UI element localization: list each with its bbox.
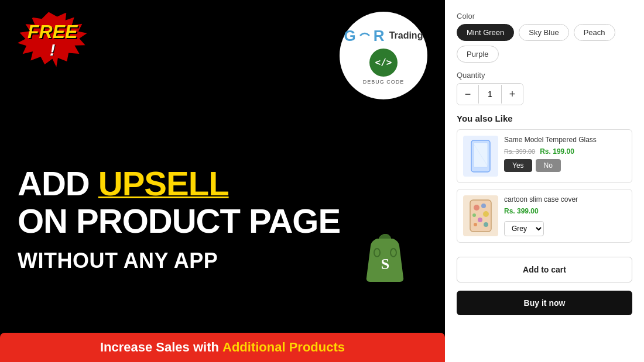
banner-text-highlight: Additional Products: [222, 340, 345, 354]
quantity-plus-button[interactable]: +: [502, 84, 523, 105]
headline-line1: ADD UPSELL: [18, 165, 427, 202]
yes-button[interactable]: Yes: [504, 159, 532, 172]
bottom-banner-text: Increase Sales with Additional Products: [100, 340, 345, 355]
right-panel: Color Mint Green Sky Blue Peach Purple Q…: [445, 0, 644, 362]
yes-no-row: Yes No: [504, 159, 626, 172]
headline-add: ADD: [18, 164, 98, 202]
buy-now-button[interactable]: Buy it now: [457, 291, 632, 315]
svg-point-7: [474, 205, 479, 211]
color-btn-peach[interactable]: Peach: [574, 24, 615, 41]
color-btn-sky-blue[interactable]: Sky Blue: [519, 24, 568, 41]
top-row: FREE ! G R Trading </> DEBUG CODE: [18, 12, 427, 99]
product-name-case: cartoon slim case cover: [504, 195, 626, 205]
product-info-case: cartoon slim case cover Rs. 399.00 Grey …: [504, 195, 626, 236]
product-name-glass: Same Model Tempered Glass: [504, 136, 626, 145]
headline-upsell: UPSELL: [98, 164, 229, 202]
logo-letter-g: G: [344, 27, 356, 45]
logo-icon-code: </>: [375, 57, 392, 68]
product-info-glass: Same Model Tempered Glass Rs. 399.00 Rs.…: [504, 136, 626, 172]
color-btn-purple[interactable]: Purple: [457, 46, 499, 63]
banner-text-plain: Increase Sales with: [100, 340, 222, 354]
color-section: Color Mint Green Sky Blue Peach Purple: [457, 12, 632, 63]
bottom-banner: Increase Sales with Additional Products: [0, 333, 445, 362]
svg-point-10: [483, 211, 489, 217]
svg-point-8: [481, 204, 486, 208]
price-row-case: Rs. 399.00: [504, 207, 626, 215]
logo-arc-icon: [359, 30, 371, 42]
product-thumb-glass: [463, 136, 498, 177]
upsell-section: You also Like Same Model Tempered Glass …: [457, 113, 632, 249]
logo-brand: G R Trading: [344, 27, 423, 45]
left-panel: FREE ! G R Trading </> DEBUG CODE ADD UP…: [0, 0, 445, 362]
color-select-case[interactable]: Grey Black Blue Pink: [504, 221, 544, 236]
case-cover-icon: [468, 199, 493, 233]
price-sale-glass: Rs. 199.00: [540, 147, 574, 156]
free-text: FREE: [28, 22, 77, 41]
price-row-glass: Rs. 399.00 Rs. 199.00: [504, 147, 626, 156]
logo-icon: </>: [369, 49, 398, 77]
product-thumb-case: [463, 195, 498, 236]
shopify-area: S: [357, 234, 410, 292]
svg-point-13: [484, 222, 488, 227]
upsell-card-glass: Same Model Tempered Glass Rs. 399.00 Rs.…: [457, 129, 632, 183]
svg-point-12: [474, 223, 477, 226]
shopify-icon: S: [357, 234, 410, 289]
price-sale-case: Rs. 399.00: [504, 207, 539, 215]
upsell-title: You also Like: [457, 113, 632, 123]
free-badge: FREE !: [14, 7, 92, 75]
add-to-cart-button[interactable]: Add to cart: [457, 257, 632, 282]
quantity-control: − 1 +: [457, 83, 523, 105]
logo-sub-label: DEBUG CODE: [363, 79, 405, 85]
no-button[interactable]: No: [536, 159, 561, 172]
price-original-glass: Rs. 399.00: [504, 148, 535, 155]
quantity-minus-button[interactable]: −: [457, 84, 478, 105]
phone-glass-icon: [470, 139, 492, 173]
logo-brand-name: Trading: [389, 30, 423, 41]
svg-point-11: [478, 218, 482, 222]
color-btn-mint-green[interactable]: Mint Green: [457, 24, 514, 41]
svg-point-9: [472, 213, 476, 217]
quantity-section: Quantity − 1 +: [457, 71, 632, 105]
color-options: Mint Green Sky Blue Peach Purple: [457, 24, 632, 63]
quantity-value: 1: [478, 85, 502, 104]
quantity-label: Quantity: [457, 71, 632, 80]
color-label: Color: [457, 12, 632, 20]
svg-text:S: S: [381, 256, 389, 273]
main-text: ADD UPSELL ON PRODUCT PAGE WITHOUT ANY A…: [18, 88, 427, 350]
logo-letter-r: R: [374, 27, 385, 45]
upsell-card-case: cartoon slim case cover Rs. 399.00 Grey …: [457, 189, 632, 243]
logo-area: G R Trading </> DEBUG CODE: [340, 12, 427, 99]
exclaim-text: !: [50, 41, 55, 59]
